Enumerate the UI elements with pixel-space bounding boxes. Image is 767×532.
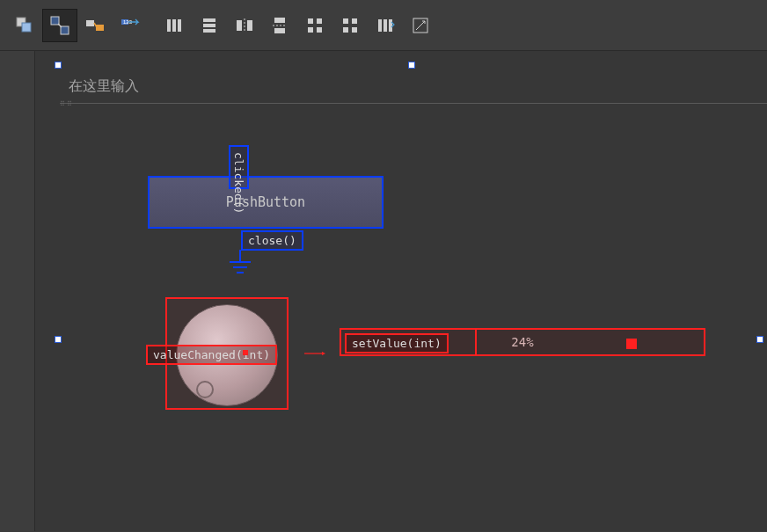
svg-rect-13 xyxy=(203,24,215,27)
vertical-margin xyxy=(0,51,35,531)
tab-order-icon: 123 xyxy=(120,15,141,36)
adjust-size-button[interactable] xyxy=(403,9,438,42)
connection-arrow-icon xyxy=(289,352,341,355)
break-layout-icon xyxy=(375,15,396,36)
signal-label[interactable]: valueChanged(int) xyxy=(146,345,277,365)
form-canvas[interactable]: 在这里输入 ⠿⠿ PushButton clicked() close() va… xyxy=(53,62,767,531)
tab-order-mode-button[interactable]: 123 xyxy=(113,9,148,42)
svg-rect-10 xyxy=(172,19,176,32)
svg-rect-16 xyxy=(247,20,252,31)
edit-mode-button[interactable] xyxy=(7,9,42,42)
svg-rect-23 xyxy=(308,27,313,33)
svg-rect-6 xyxy=(96,25,104,31)
svg-rect-27 xyxy=(343,27,348,33)
svg-rect-15 xyxy=(237,20,242,31)
svg-rect-3 xyxy=(61,26,69,34)
svg-rect-21 xyxy=(308,18,313,24)
form-icon xyxy=(340,15,361,36)
layout-vertical-button[interactable] xyxy=(192,9,227,42)
layout-h-splitter-button[interactable] xyxy=(227,9,262,42)
adjust-size-icon xyxy=(410,15,431,36)
resize-handle[interactable] xyxy=(408,62,415,69)
editable-header[interactable]: 在这里输入 xyxy=(60,70,767,104)
widget-icon xyxy=(14,15,35,36)
svg-rect-18 xyxy=(274,18,285,23)
connection-endpoint-icon xyxy=(626,339,637,349)
svg-rect-1 xyxy=(22,23,31,32)
svg-rect-11 xyxy=(178,19,181,32)
svg-line-4 xyxy=(58,24,62,27)
layout-form-button[interactable] xyxy=(332,9,368,42)
resize-handle[interactable] xyxy=(756,336,763,343)
toolbar: 123 xyxy=(0,0,767,51)
svg-rect-30 xyxy=(384,19,387,32)
break-layout-button[interactable] xyxy=(368,9,403,42)
svg-rect-14 xyxy=(203,29,215,33)
svg-rect-25 xyxy=(343,18,348,24)
svg-rect-31 xyxy=(389,19,392,32)
svg-marker-38 xyxy=(322,352,325,355)
connect-mode-button[interactable] xyxy=(42,9,77,42)
pushbutton-face[interactable]: PushButton xyxy=(148,176,384,229)
signals-slots-icon xyxy=(49,15,70,36)
grid-icon xyxy=(304,15,325,36)
svg-rect-22 xyxy=(317,18,322,24)
layout-grid-button[interactable] xyxy=(297,9,332,42)
layout-horizontal-button[interactable] xyxy=(157,9,192,42)
layout-v-splitter-button[interactable] xyxy=(262,9,297,42)
svg-rect-5 xyxy=(86,20,94,26)
connection-origin-icon xyxy=(243,350,248,355)
slot-label[interactable]: close() xyxy=(241,230,303,251)
svg-rect-28 xyxy=(352,27,357,33)
v-splitter-icon xyxy=(269,15,290,36)
signal-label[interactable]: clicked() xyxy=(229,145,249,189)
svg-rect-26 xyxy=(352,18,357,24)
dial-indicator xyxy=(196,381,214,398)
svg-rect-29 xyxy=(378,19,382,32)
layout-vertical-icon xyxy=(199,15,220,36)
buddy-mode-button[interactable] xyxy=(77,9,113,42)
ground-symbol-icon xyxy=(227,250,253,281)
svg-rect-19 xyxy=(274,28,285,33)
svg-rect-24 xyxy=(317,27,322,33)
slot-label[interactable]: setValue(int) xyxy=(345,333,449,353)
h-splitter-icon xyxy=(234,15,255,36)
layout-horizontal-icon xyxy=(164,15,185,36)
svg-rect-9 xyxy=(167,19,171,32)
svg-rect-12 xyxy=(203,18,215,22)
resize-handle[interactable] xyxy=(55,336,62,343)
pushbutton-widget[interactable]: PushButton xyxy=(148,176,384,229)
resize-handle[interactable] xyxy=(55,62,62,69)
workspace: 在这里输入 ⠿⠿ PushButton clicked() close() va… xyxy=(0,51,767,531)
buddy-icon xyxy=(84,15,106,36)
progressbar-value: 24% xyxy=(511,335,533,349)
svg-rect-2 xyxy=(51,17,59,25)
grip-handle: ⠿⠿ xyxy=(60,100,74,108)
